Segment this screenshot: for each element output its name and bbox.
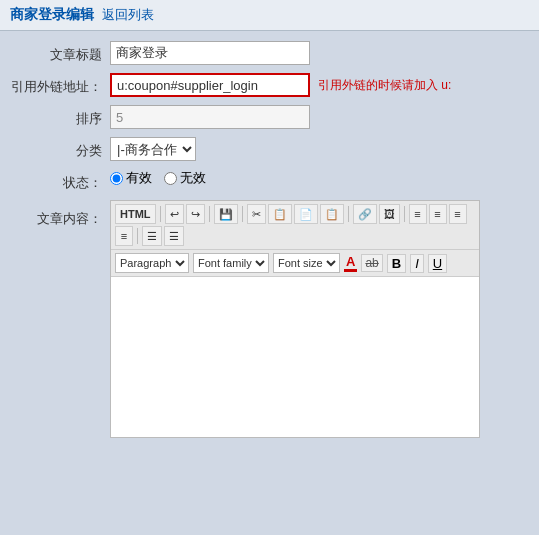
sep1 [160,206,161,222]
font-color-btn[interactable]: A [344,254,357,272]
sep4 [348,206,349,222]
order-input[interactable] [110,105,310,129]
url-field: 引用外链的时候请加入 u: [110,73,539,97]
page-header: 商家登录编辑 返回列表 [0,0,539,31]
category-label: 分类 [0,137,110,160]
back-link[interactable]: 返回列表 [102,6,154,24]
status-radio-group: 有效 无效 [110,169,206,187]
undo-btn[interactable]: ↩ [165,204,184,224]
align-center-btn[interactable]: ≡ [429,204,447,224]
redo-btn[interactable]: ↪ [186,204,205,224]
paste-btn[interactable]: 📄 [294,204,318,224]
font-size-select[interactable]: Font size [273,253,340,273]
save-btn[interactable]: 💾 [214,204,238,224]
list-ul-btn[interactable]: ☰ [164,226,184,246]
editor-body[interactable] [111,277,479,437]
italic-btn[interactable]: I [410,254,424,273]
editor-wrapper: HTML ↩ ↪ 💾 ✂ 📋 📄 📋 🔗 🖼 [110,200,480,438]
paste-text-btn[interactable]: 📋 [320,204,344,224]
list-ol-btn[interactable]: ☰ [142,226,162,246]
underline-btn[interactable]: U [428,254,447,273]
html-btn[interactable]: HTML [115,204,156,224]
align-right-btn[interactable]: ≡ [449,204,467,224]
main-content: 文章标题 引用外链地址： 引用外链的时候请加入 u: 排序 分类 [0,31,539,456]
category-select[interactable]: |-商务合作 其他分类1 其他分类2 [110,137,196,161]
order-label: 排序 [0,105,110,128]
status-invalid-text: 无效 [180,169,206,187]
image-btn[interactable]: 🖼 [379,204,400,224]
cut-btn[interactable]: ✂ [247,204,266,224]
status-invalid-radio[interactable] [164,172,177,185]
strikethrough-btn[interactable]: ab [361,254,382,272]
status-field: 有效 无效 [110,169,539,187]
paragraph-select[interactable]: Paragraph [115,253,189,273]
status-valid-radio[interactable] [110,172,123,185]
status-label: 状态： [0,169,110,192]
font-family-select[interactable]: Font family [193,253,269,273]
status-invalid-label[interactable]: 无效 [164,169,206,187]
category-row: 分类 |-商务合作 其他分类1 其他分类2 [0,137,539,161]
page-title: 商家登录编辑 [10,6,94,24]
url-label: 引用外链地址： [0,73,110,96]
article-title-label: 文章标题 [0,41,110,64]
editor-toolbar-top: HTML ↩ ↪ 💾 ✂ 📋 📄 📋 🔗 🖼 [111,201,479,250]
order-field [110,105,539,129]
article-title-row: 文章标题 [0,41,539,65]
content-row: 文章内容： HTML ↩ ↪ 💾 ✂ 📋 📄 � [0,200,539,438]
sep2 [209,206,210,222]
article-title-field [110,41,539,65]
bold-btn[interactable]: B [387,254,406,273]
page-wrapper: 商家登录编辑 返回列表 文章标题 引用外链地址： 引用外链的时候请加入 u: 排… [0,0,539,535]
url-input[interactable] [110,73,310,97]
order-row: 排序 [0,105,539,129]
url-row: 引用外链地址： 引用外链的时候请加入 u: [0,73,539,97]
content-label: 文章内容： [0,200,110,228]
category-field: |-商务合作 其他分类1 其他分类2 [110,137,539,161]
copy-btn[interactable]: 📋 [268,204,292,224]
sep5 [404,206,405,222]
link-btn[interactable]: 🔗 [353,204,377,224]
editor-toolbar-bottom: Paragraph Font family Font size A ab B I… [111,250,479,277]
status-row: 状态： 有效 无效 [0,169,539,192]
content-field: HTML ↩ ↪ 💾 ✂ 📋 📄 📋 🔗 🖼 [110,200,539,438]
status-valid-text: 有效 [126,169,152,187]
align-left-btn[interactable]: ≡ [409,204,427,224]
status-valid-label[interactable]: 有效 [110,169,152,187]
align-justify-btn[interactable]: ≡ [115,226,133,246]
article-title-input[interactable] [110,41,310,65]
url-hint: 引用外链的时候请加入 u: [318,77,451,94]
sep6 [137,228,138,244]
sep3 [242,206,243,222]
